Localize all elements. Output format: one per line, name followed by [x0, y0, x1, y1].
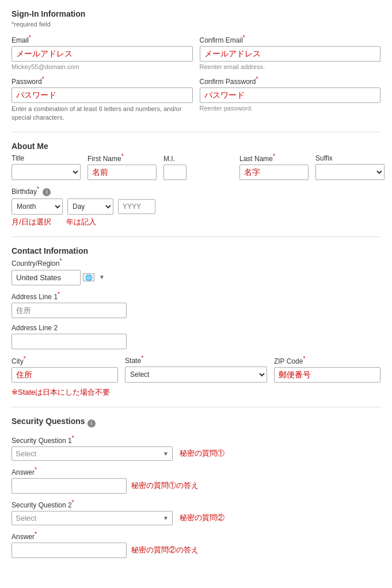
email-input[interactable] — [12, 46, 193, 62]
mi-label: M.I. — [163, 155, 233, 163]
first-name-field-group: First Name* — [87, 153, 157, 180]
last-name-input[interactable] — [239, 165, 309, 180]
security-question1-arrow-icon: ▼ — [163, 450, 169, 457]
address2-input[interactable] — [12, 334, 127, 349]
country-row: United States 🌐 ▼ — [12, 270, 380, 285]
divider-3 — [12, 407, 380, 407]
sign-in-section: Sign-In Information *required field Emai… — [12, 9, 380, 123]
first-name-input[interactable] — [87, 165, 157, 180]
answer1-hint: 秘密の質問①の答え — [131, 480, 199, 491]
zip-input[interactable] — [274, 367, 380, 383]
divider-1 — [12, 132, 380, 132]
security-question2-select-box[interactable]: Select ▼ — [12, 511, 173, 525]
address1-input[interactable] — [12, 303, 127, 318]
password-label: Password* — [12, 76, 193, 86]
contact-section: Contact Information Country/Region* Unit… — [12, 246, 380, 398]
state-select[interactable]: Select Alabama Alaska Arizona California… — [125, 366, 267, 383]
confirm-password-input[interactable] — [200, 87, 381, 103]
security-question1-label: Security Question 1* — [12, 435, 380, 445]
address1-field-group: Address Line 1* — [12, 291, 380, 318]
title-field-group: Title Mr. Mrs. Ms. Dr. — [12, 154, 81, 180]
day-select[interactable]: Day 123 456 789 101112 131415 161718 192… — [67, 198, 113, 215]
sign-in-title: Sign-In Information — [12, 9, 380, 18]
email-hint: Mickey55@domain.com — [12, 63, 193, 70]
title-label: Title — [12, 154, 81, 162]
mi-input[interactable] — [163, 165, 187, 180]
answer1-input[interactable] — [12, 478, 127, 494]
security-question1-hint: 秘密の質問① — [180, 448, 224, 459]
security-question1-group: Security Question 1* Select ▼ 秘密の質問① — [12, 435, 380, 461]
address2-field-group: Address Line 2 — [12, 324, 380, 349]
month-select[interactable]: Month January February March April May J… — [12, 198, 63, 215]
confirm-email-hint: Reenter email address. — [200, 63, 381, 70]
email-field-group: Email* Mickey55@domain.com — [12, 35, 193, 70]
required-note: *required field — [12, 21, 380, 28]
confirm-email-input[interactable] — [200, 46, 381, 62]
security-question2-group: Security Question 2* Select ▼ 秘密の質問② — [12, 499, 380, 525]
suffix-select[interactable]: Jr. Sr. II III — [315, 164, 385, 180]
last-name-field-group: Last Name* — [239, 153, 309, 180]
confirm-password-hint: Reenter password. — [200, 105, 381, 112]
birthday-label: Birthday* i — [12, 186, 380, 196]
email-label: Email* — [12, 35, 193, 44]
birthday-info-icon[interactable]: i — [43, 188, 51, 196]
city-state-zip-row: City* State* Select Alabama Alaska Arizo… — [12, 355, 380, 383]
answer2-input[interactable] — [12, 543, 127, 558]
security-question1-select-box[interactable]: Select ▼ — [12, 446, 173, 461]
country-label: Country/Region* — [12, 258, 380, 268]
city-label: City* — [12, 356, 118, 365]
security-info-icon[interactable]: i — [87, 419, 96, 427]
zip-field-group: ZIP Code* — [274, 356, 380, 383]
birthday-hint: 月/日は選択 年は記入 — [12, 217, 380, 227]
security-question2-arrow-icon: ▼ — [163, 515, 169, 521]
password-hint: Enter a combination of at least 6 letter… — [12, 105, 193, 123]
mi-field-group: M.I. — [163, 155, 233, 180]
year-input[interactable] — [118, 199, 155, 214]
confirm-password-label: Confirm Password* — [200, 76, 381, 86]
security-question2-hint: 秘密の質問② — [180, 513, 224, 523]
confirm-password-field-group: Confirm Password* Reenter password. — [200, 76, 381, 123]
suffix-field-group: Suffix Jr. Sr. II III — [315, 154, 385, 180]
suffix-label: Suffix — [315, 154, 385, 162]
country-value: United States — [12, 270, 81, 285]
answer2-label: Answer* — [12, 531, 380, 541]
title-select[interactable]: Mr. Mrs. Ms. Dr. — [12, 164, 81, 180]
first-name-label: First Name* — [87, 153, 157, 163]
confirm-email-field-group: Confirm Email* Reenter email address. — [200, 35, 381, 70]
security-title: Security Questions — [12, 417, 85, 426]
answer1-field-group: Answer* 秘密の質問①の答え — [12, 467, 380, 494]
zip-label: ZIP Code* — [274, 356, 380, 365]
security-question1-select-text: Select — [16, 449, 36, 458]
birthday-field-group: Birthday* i Month January February March… — [12, 186, 380, 227]
last-name-label: Last Name* — [239, 153, 309, 163]
security-question2-select-text: Select — [16, 514, 36, 522]
state-note: ※Stateは日本にした場合不要 — [12, 387, 380, 398]
country-dropdown-arrow[interactable]: ▼ — [97, 272, 107, 282]
answer1-label: Answer* — [12, 467, 380, 476]
state-field-group: State* Select Alabama Alaska Arizona Cal… — [125, 355, 267, 383]
answer2-hint: 秘密の質問②の答え — [131, 545, 199, 555]
divider-2 — [12, 236, 380, 237]
password-field-group: Password* Enter a combination of at leas… — [12, 76, 193, 123]
security-question2-row: Select ▼ 秘密の質問② — [12, 511, 380, 525]
security-question1-row: Select ▼ 秘密の質問① — [12, 446, 380, 461]
about-me-section: About Me Title Mr. Mrs. Ms. Dr. First Na… — [12, 142, 380, 227]
answer2-field-group: Answer* 秘密の質問②の答え — [12, 531, 380, 558]
security-question2-label: Security Question 2* — [12, 499, 380, 509]
address1-label: Address Line 1* — [12, 291, 380, 301]
confirm-email-label: Confirm Email* — [200, 35, 381, 44]
address2-label: Address Line 2 — [12, 324, 380, 332]
about-me-title: About Me — [12, 142, 380, 151]
contact-title: Contact Information — [12, 246, 380, 255]
flag-icon: 🌐 — [83, 273, 94, 281]
state-label: State* — [125, 355, 267, 365]
city-input[interactable] — [12, 367, 118, 383]
security-section: Security Questions i Security Question 1… — [12, 417, 380, 558]
city-field-group: City* — [12, 356, 118, 383]
password-input[interactable] — [12, 87, 193, 103]
